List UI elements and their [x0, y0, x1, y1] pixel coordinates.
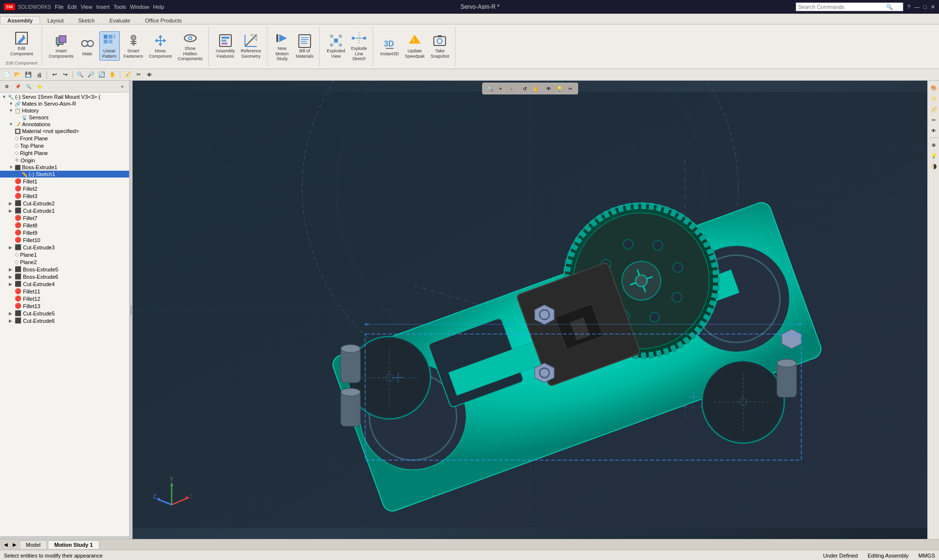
- panel-btn-1[interactable]: ⚙: [2, 82, 12, 91]
- menu-help[interactable]: Help: [153, 4, 164, 10]
- move-component-btn[interactable]: MoveComponent: [147, 32, 174, 60]
- menu-edit[interactable]: Edit: [67, 4, 77, 10]
- tree-item-fillet7[interactable]: ▶ 🔴 Fillet7: [0, 214, 129, 222]
- expand-boss6[interactable]: ▶: [9, 274, 14, 279]
- menu-view[interactable]: View: [81, 4, 92, 10]
- tab-model[interactable]: Model: [20, 540, 47, 549]
- smart-fasteners-btn[interactable]: SmartFasteners: [122, 32, 145, 60]
- assembly-features-btn[interactable]: AssemblyFeatures: [214, 32, 237, 60]
- expand-cut4[interactable]: ▶: [9, 282, 14, 287]
- rt-display-style[interactable]: 🎨: [929, 83, 939, 92]
- rt-shadows[interactable]: 🌗: [929, 161, 939, 171]
- view-rotate[interactable]: ↺: [520, 84, 529, 93]
- tree-item-annotations[interactable]: ▼ 📝 Annotations: [0, 121, 129, 128]
- explode-line-sketch-btn[interactable]: ExplodeLineSketch: [349, 29, 369, 63]
- tree-item-boss-extrude1[interactable]: ▼ ⬛ Boss-Extrude1: [0, 164, 129, 171]
- tb2-zoom-in[interactable]: 🔍: [75, 70, 85, 80]
- show-hidden-btn[interactable]: ShowHiddenComponents: [176, 29, 204, 63]
- tree-item-right-plane[interactable]: ▶ ◇ Right Plane: [0, 149, 129, 157]
- tb2-save[interactable]: 💾: [23, 70, 33, 80]
- edit-component-btn[interactable]: EditComponent: [8, 29, 35, 58]
- tree-item-cut-extrude3[interactable]: ▶ ⬛ Cut-Extrude3: [0, 244, 129, 251]
- tree-item-fillet10[interactable]: ▶ 🔴 Fillet10: [0, 236, 129, 244]
- bill-of-materials-btn[interactable]: Bill ofMaterials: [294, 32, 316, 60]
- rt-reference-triad[interactable]: ⊕: [929, 140, 939, 150]
- new-motion-study-btn[interactable]: NewMotionStudy: [272, 29, 292, 63]
- tb2-open[interactable]: 📂: [13, 70, 22, 80]
- search-commands-input[interactable]: [798, 4, 886, 10]
- panel-btn-3[interactable]: 🔍: [23, 82, 33, 91]
- tree-item-boss-extrude5[interactable]: ▶ ⬛ Boss-Extrude5: [0, 266, 129, 273]
- view-section[interactable]: ✂: [566, 84, 575, 93]
- rt-hide-show[interactable]: 👁: [929, 126, 939, 135]
- tree-scrollbar[interactable]: [0, 536, 129, 539]
- tree-item-front-plane[interactable]: ▶ ◇ Front Plane: [0, 134, 129, 142]
- tree-item-top-plane[interactable]: ▶ ◇ Top Plane: [0, 142, 129, 149]
- maximize-btn[interactable]: □: [923, 4, 927, 10]
- search-commands-box[interactable]: 🔍: [796, 2, 903, 11]
- rt-lighting[interactable]: 💡: [929, 151, 939, 160]
- view-lights[interactable]: 💡: [555, 84, 564, 93]
- menu-file[interactable]: File: [55, 4, 64, 10]
- tree-item-fillet1[interactable]: ▶ 🔴 Fillet1: [0, 178, 129, 185]
- view-zoom-in[interactable]: +: [496, 84, 505, 93]
- menu-insert[interactable]: Insert: [96, 4, 110, 10]
- tb2-zoom-out[interactable]: 🔎: [86, 70, 96, 80]
- tree-item-cut-extrude1[interactable]: ▶ ⬛ Cut-Extrude1: [0, 207, 129, 214]
- expand-cut6[interactable]: ▶: [9, 318, 14, 323]
- expand-mates[interactable]: ▼: [9, 101, 14, 106]
- view-zoom-out[interactable]: -: [507, 84, 516, 93]
- update-speedpak-btn[interactable]: ! UpdateSpeedpak: [403, 32, 427, 60]
- instant3d-btn[interactable]: 3D Instant3D: [378, 35, 401, 58]
- view-display[interactable]: 👁: [544, 84, 553, 93]
- tree-item-fillet13[interactable]: ▶ 🔴 Fillet13: [0, 302, 129, 310]
- expand-history[interactable]: ▼: [9, 108, 14, 113]
- tb2-pan[interactable]: ✋: [108, 70, 117, 80]
- tree-item-fillet8[interactable]: ▶ 🔴 Fillet8: [0, 222, 129, 229]
- tree-item-boss-extrude6[interactable]: ▶ ⬛ Boss-Extrude6: [0, 273, 129, 280]
- tree-item-cut-extrude2[interactable]: ▶ ⬛ Cut-Extrude2: [0, 200, 129, 207]
- mate-btn[interactable]: Mate: [78, 35, 97, 58]
- tree-item-origin[interactable]: ▶ ✛ Origin: [0, 157, 129, 164]
- rt-view-orient[interactable]: 🧭: [929, 104, 939, 114]
- tb2-redo[interactable]: ↪: [60, 70, 70, 80]
- expand-boss1[interactable]: ▼: [9, 165, 14, 170]
- btab-nav-prev[interactable]: ◀: [2, 541, 10, 549]
- tab-office-products[interactable]: Office Products: [137, 16, 189, 24]
- tb2-rotate[interactable]: 🔄: [97, 70, 107, 80]
- tree-item-plane2[interactable]: ▶ ◇ Plane2: [0, 258, 129, 266]
- tab-assembly[interactable]: Assembly: [0, 16, 40, 24]
- tree-item-fillet3[interactable]: ▶ 🔴 Fillet3: [0, 192, 129, 200]
- viewport-canvas[interactable]: X Y Z 🔍 + - ↺ ✋: [133, 81, 927, 539]
- expand-cut2[interactable]: ▶: [9, 201, 14, 206]
- expand-annotations[interactable]: ▼: [9, 122, 14, 127]
- view-zoom-to-fit[interactable]: 🔍: [486, 84, 494, 93]
- menu-tools[interactable]: Tools: [113, 4, 126, 10]
- rt-section-view[interactable]: ✂: [929, 115, 939, 125]
- tb2-view-orient[interactable]: 🧭: [123, 70, 133, 80]
- expand-boss5[interactable]: ▶: [9, 267, 14, 272]
- tree-item-plane1[interactable]: ▶ ◇ Plane1: [0, 251, 129, 258]
- tb2-new[interactable]: 📄: [2, 70, 12, 80]
- menu-window[interactable]: Window: [130, 4, 149, 10]
- help-icon[interactable]: ?: [907, 4, 910, 10]
- rt-appearances[interactable]: ✨: [929, 93, 939, 103]
- tb2-print[interactable]: 🖨: [34, 70, 44, 80]
- close-btn[interactable]: ✕: [931, 4, 935, 10]
- tab-sketch[interactable]: Sketch: [71, 16, 102, 24]
- panel-btn-2[interactable]: 📌: [13, 82, 22, 91]
- tree-item-sketch1[interactable]: ▶ ✏️ (-) Sketch1: [0, 171, 129, 178]
- tree-item-material[interactable]: ▶ 🔲 Material <not specified>: [0, 128, 129, 134]
- minimize-btn[interactable]: —: [914, 4, 919, 10]
- tree-item-mates[interactable]: ▼ 🔗 Mates in Servo-Asm-R: [0, 100, 129, 107]
- btab-nav-next[interactable]: ▶: [11, 541, 19, 549]
- expand-root[interactable]: ▼: [2, 94, 7, 99]
- tab-motion-study-1[interactable]: Motion Study 1: [48, 540, 99, 549]
- tab-evaluate[interactable]: Evaluate: [102, 16, 138, 24]
- tab-layout[interactable]: Layout: [40, 16, 71, 24]
- tree-item-fillet11[interactable]: ▶ 🔴 Fillet11: [0, 288, 129, 295]
- panel-btn-4[interactable]: ⭐: [34, 82, 44, 91]
- tb2-undo[interactable]: ↩: [49, 70, 59, 80]
- reference-geometry-btn[interactable]: ReferenceGeometry: [239, 32, 263, 60]
- expand-cut1[interactable]: ▶: [9, 208, 14, 213]
